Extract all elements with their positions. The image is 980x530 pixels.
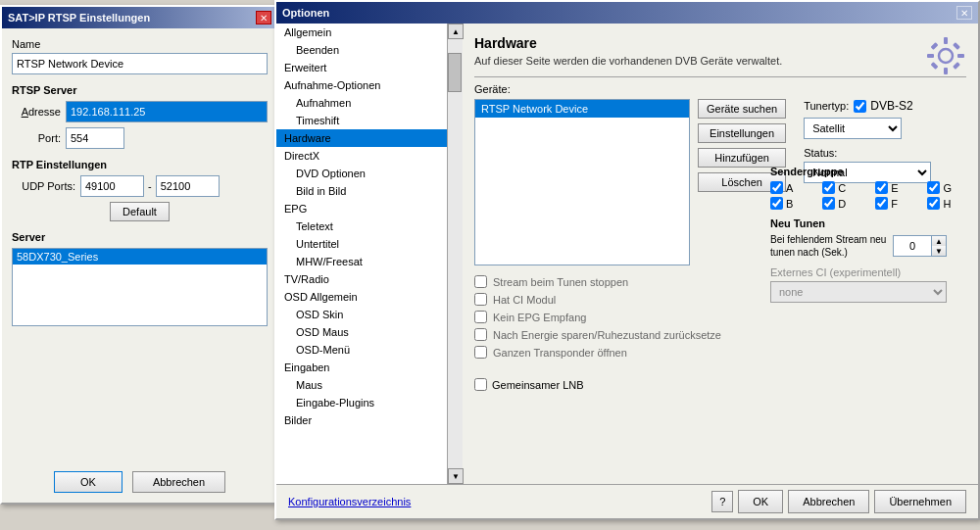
nav-untertitel[interactable]: Untertitel (276, 235, 447, 253)
nav-osd-maus[interactable]: OSD Maus (276, 323, 447, 341)
nav-directx[interactable]: DirectX (276, 147, 447, 165)
sg-c-checkbox[interactable] (822, 181, 835, 194)
svg-rect-1 (944, 37, 948, 44)
right-dialog: Optionen ✕ Allgemein Beenden Erweitert A… (274, 0, 980, 520)
nav-scrollbar-thumb[interactable] (448, 53, 462, 92)
sg-g-checkbox[interactable] (927, 181, 940, 194)
nav-allgemein[interactable]: Allgemein (276, 24, 447, 41)
left-titlebar: SAT>IP RTSP Einstellungen ✕ (2, 7, 277, 28)
name-input[interactable] (12, 53, 268, 74)
nav-tree: Allgemein Beenden Erweitert Aufnahme-Opt… (276, 24, 447, 484)
nav-erweitert[interactable]: Erweitert (276, 59, 447, 76)
left-ok-button[interactable]: OK (54, 471, 122, 493)
nav-osd-skin[interactable]: OSD Skin (276, 306, 447, 323)
rtsp-server-label: RTSP Server (12, 84, 268, 96)
svg-rect-3 (927, 54, 934, 58)
left-bottom-buttons: OK Abbrechen (2, 471, 277, 493)
left-cancel-button[interactable]: Abbrechen (132, 471, 225, 493)
nav-tv-radio[interactable]: TV/Radio (276, 270, 447, 288)
sg-a-label: A (786, 182, 793, 194)
ci-checkbox[interactable] (474, 293, 487, 306)
sg-h-checkbox[interactable] (927, 197, 940, 210)
svg-rect-8 (953, 62, 960, 70)
server-item[interactable]: 58DX730_Series (13, 249, 267, 265)
udp-to-input[interactable] (156, 175, 220, 197)
udp-from-input[interactable] (80, 175, 144, 197)
nav-timeshift[interactable]: Timeshift (276, 112, 447, 129)
server-list[interactable]: 58DX730_Series (12, 248, 268, 326)
nav-mhw-freesat[interactable]: MHW/Freesat (276, 253, 447, 270)
nav-osd-allgemein[interactable]: OSD Allgemein (276, 288, 447, 306)
udp-dash: - (144, 180, 156, 192)
search-devices-button[interactable]: Geräte suchen (698, 99, 786, 119)
nav-eingaben[interactable]: Eingaben (276, 359, 447, 376)
nav-aufnahmen[interactable]: Aufnahmen (276, 94, 447, 112)
nav-scrollbar[interactable]: ▲ ▼ (447, 24, 463, 484)
nav-osd-menu[interactable]: OSD-Menü (276, 341, 447, 359)
svg-rect-2 (944, 68, 948, 74)
sg-b-label: B (786, 198, 793, 210)
konfig-link[interactable]: Konfigurationsverzeichnis (288, 496, 711, 507)
nav-hardware[interactable]: Hardware (276, 129, 447, 147)
name-label: Name (12, 38, 268, 50)
svg-point-0 (939, 49, 953, 63)
nav-maus[interactable]: Maus (276, 376, 447, 394)
sg-d-checkbox[interactable] (822, 197, 835, 210)
tuner-select[interactable]: Satellit Kabel Antenne (804, 118, 902, 139)
ok-button[interactable]: OK (738, 490, 783, 513)
sg-b-checkbox[interactable] (770, 197, 783, 210)
nav-beenden[interactable]: Beenden (276, 41, 447, 59)
status-label: Status: (804, 147, 931, 159)
nav-bilder[interactable]: Bilder (276, 411, 447, 429)
port-input[interactable] (66, 127, 124, 149)
spinner-buttons: ▲ ▼ (932, 235, 947, 257)
sg-a-checkbox[interactable] (770, 181, 783, 194)
nav-bild-in-bild[interactable]: Bild in Bild (276, 182, 447, 200)
nav-aufnahme-optionen[interactable]: Aufnahme-Optionen (276, 76, 447, 94)
energy-checkbox[interactable] (474, 328, 487, 341)
nav-scroll-down-button[interactable]: ▼ (448, 468, 464, 484)
svg-rect-7 (931, 62, 939, 70)
epg-label: Kein EPG Empfang (493, 312, 586, 323)
gemeinsamer-lnb-label: Gemeinsamer LNB (492, 379, 584, 391)
nav-eingabe-plugins[interactable]: Eingabe-Plugins (276, 394, 447, 411)
gemeinsamer-lnb-checkbox[interactable] (474, 378, 487, 391)
main-content: Hardware Auf dieser Seite werden die vor… (463, 24, 978, 484)
apply-button[interactable]: Übernehmen (874, 490, 966, 513)
device-item[interactable]: RTSP Network Device (475, 100, 689, 118)
neu-tunen-title: Neu Tunen (770, 217, 966, 229)
externes-ci-label: Externes CI (experimentell) (770, 266, 966, 278)
right-title: Optionen (282, 7, 329, 19)
rtp-label: RTP Einstellungen (12, 159, 268, 170)
spinner-up-button[interactable]: ▲ (932, 236, 946, 246)
nav-dvd-optionen[interactable]: DVD Optionen (276, 165, 447, 182)
gear-icon (925, 35, 966, 79)
devices-list[interactable]: RTSP Network Device (474, 99, 690, 265)
neu-tunen-input[interactable] (893, 235, 932, 257)
sg-e-checkbox[interactable] (875, 181, 888, 194)
nav-teletext[interactable]: Teletext (276, 217, 447, 235)
left-title: SAT>IP RTSP Einstellungen (8, 12, 150, 24)
neu-tunen-label: Bei fehlendem Stream neu tunen nach (Sek… (770, 233, 888, 259)
ci-label: Hat CI Modul (493, 294, 556, 306)
help-button[interactable]: ? (711, 491, 733, 512)
address-input[interactable] (66, 101, 268, 122)
left-close-button[interactable]: ✕ (256, 11, 271, 24)
sg-d-label: D (838, 198, 846, 210)
dvbs2-label: DVB-S2 (870, 99, 912, 113)
nav-epg[interactable]: EPG (276, 200, 447, 217)
cancel-button[interactable]: Abbrechen (788, 490, 869, 513)
right-close-button[interactable]: ✕ (956, 6, 972, 20)
settings-button[interactable]: Einstellungen (698, 123, 786, 143)
default-button[interactable]: Default (110, 202, 170, 221)
epg-checkbox[interactable] (474, 311, 487, 323)
transponder-checkbox[interactable] (474, 346, 487, 359)
stream-checkbox[interactable] (474, 275, 487, 288)
nav-scroll-up-button[interactable]: ▲ (448, 24, 464, 39)
sg-f-label: F (891, 198, 898, 210)
sg-f-checkbox[interactable] (875, 197, 888, 210)
dvbs2-checkbox[interactable] (854, 100, 866, 113)
section-title: Hardware (474, 35, 966, 51)
spinner-down-button[interactable]: ▼ (932, 246, 946, 256)
externes-ci-select[interactable]: none (770, 281, 947, 303)
